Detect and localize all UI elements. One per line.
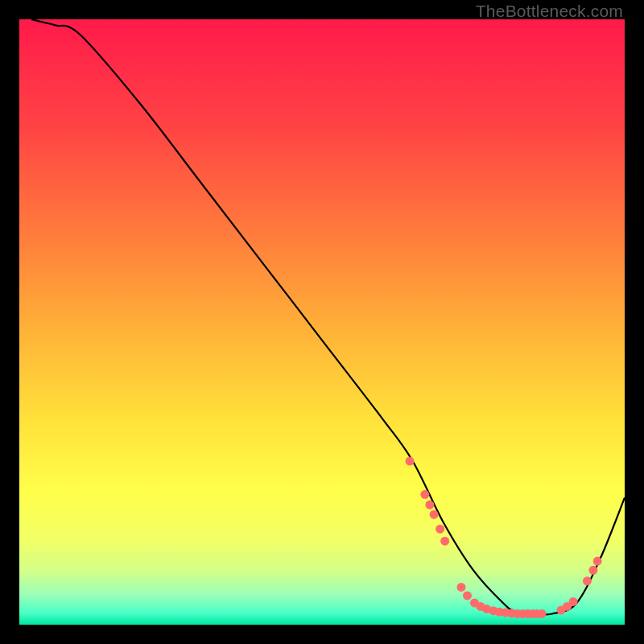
highlight-point <box>463 591 472 600</box>
chart-plot-area <box>19 19 625 625</box>
highlight-point <box>420 490 429 499</box>
highlight-point <box>456 583 465 592</box>
highlight-point <box>440 537 449 546</box>
attribution-text: TheBottleneck.com <box>476 2 623 21</box>
chart-svg <box>19 19 625 625</box>
highlight-point <box>569 597 578 606</box>
highlight-point <box>425 501 434 510</box>
highlight-point <box>436 525 444 534</box>
highlight-point <box>583 576 592 585</box>
highlight-point <box>430 510 439 519</box>
highlight-point <box>588 566 597 575</box>
highlight-point <box>406 456 415 465</box>
gradient-background <box>19 19 625 625</box>
highlight-point <box>593 557 602 566</box>
highlight-point <box>537 609 546 618</box>
